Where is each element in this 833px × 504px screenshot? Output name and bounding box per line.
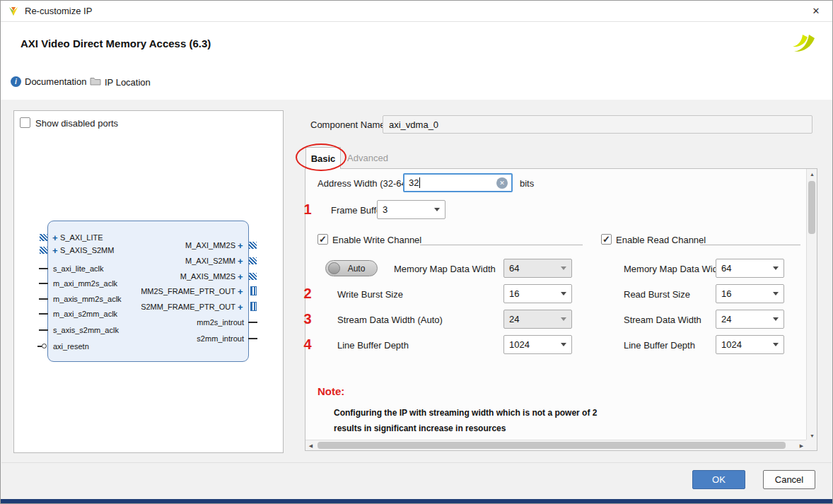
chevron-down-icon [773,343,779,346]
plus-icon[interactable]: + [238,286,244,297]
bits-suffix: bits [520,178,534,189]
tab-advanced-label: Advanced [347,153,388,163]
write-burst-size-select[interactable]: 16 [503,284,572,303]
enable-read-channel-label: Enable Read Channel [616,235,706,245]
horizontal-scrollbar[interactable]: ◀ ▶ [305,440,807,450]
close-icon[interactable]: ✕ [805,1,827,22]
enable-read-channel-checkbox[interactable]: ✓ [601,234,612,245]
chevron-down-icon [434,208,440,211]
annotation-3: 3 [300,310,315,329]
enable-write-channel-label: Enable Write Channel [332,235,421,245]
vertical-scrollbar[interactable]: ▲ ▼ [806,169,817,441]
check-icon: ✓ [318,235,327,244]
recustomize-ip-dialog: Re-customize IP ✕ AXI Video Direct Memor… [0,0,833,504]
frame-buffers-select[interactable]: 3 [377,200,445,219]
enable-write-channel-checkbox[interactable]: ✓ [318,234,328,245]
check-icon: ✓ [602,235,611,244]
port-label: MM2S_FRAME_PTR_OUT [141,287,235,295]
read-burst-size-value: 16 [721,288,773,299]
annotation-1: 1 [300,200,315,219]
scrollbar-corner [806,440,817,450]
horizontal-scrollbar-thumb[interactable] [318,442,786,449]
ok-button[interactable]: OK [692,470,745,489]
auto-toggle[interactable]: Auto [325,260,378,276]
port-mm2s-frame-ptr-out[interactable]: MM2S_FRAME_PTR_OUT + [48,286,248,297]
write-line-buffer-depth-select[interactable]: 1024 [503,335,572,354]
documentation-label: Documentation [25,76,86,87]
port-label: mm2s_introut [197,318,244,327]
frame-buffers-value: 3 [383,204,434,215]
auto-toggle-label: Auto [340,264,377,274]
read-line-buffer-depth-value: 1024 [721,339,773,350]
address-width-label: Address Width (32-64) [318,178,409,189]
port-label: S2MM_FRAME_PTR_OUT [141,303,235,311]
text-caret [419,177,420,188]
note-title: Note: [318,385,344,397]
chevron-down-icon [773,317,779,321]
component-name-value: axi_vdma_0 [389,119,438,130]
read-memory-map-width-value: 64 [721,263,773,274]
port-s2mm-introut[interactable]: s2mm_introut [48,333,248,344]
ip-location-link[interactable]: IP Location [90,76,151,88]
interface-pin-icon [40,234,47,241]
read-stream-width-value: 24 [721,314,773,324]
interface-pin-icon [249,257,257,264]
scroll-up-icon[interactable]: ▲ [807,169,817,180]
active-low-bubble-icon [42,344,47,348]
address-width-value: 32 [409,177,419,188]
chevron-down-icon [561,292,566,295]
write-memory-map-width-value: 64 [509,263,561,274]
write-burst-size-label: Write Burst Size [337,289,403,300]
plus-icon[interactable]: + [238,256,244,266]
footer-separator [1,462,832,463]
read-memory-map-width-select[interactable]: 64 [716,259,784,278]
cancel-button[interactable]: Cancel [763,470,815,489]
tab-basic[interactable]: Basic [305,147,341,169]
read-line-buffer-depth-select[interactable]: 1024 [716,335,784,354]
write-stream-width-select: 24 [503,310,572,329]
plus-icon[interactable]: + [238,240,244,251]
vertical-scrollbar-thumb[interactable] [808,181,815,234]
ip-block-diagram[interactable]: + S_AXI_LITE + S_AXIS_S2MM s_axi_lite_ac… [47,221,249,362]
port-label: M_AXI_MM2S [185,241,235,250]
port-mm2s-introut[interactable]: mm2s_introut [48,317,248,328]
write-line-buffer-depth-label: Line Buffer Depth [337,340,409,351]
scroll-left-icon[interactable]: ◀ [305,440,316,451]
bus-pin-icon [250,302,257,311]
annotation-4: 4 [300,335,315,354]
port-label: s2mm_introut [197,334,244,343]
scroll-right-icon[interactable]: ▶ [796,440,807,451]
documentation-link[interactable]: i Documentation [11,76,86,87]
write-line-buffer-depth-value: 1024 [509,339,561,350]
read-memory-map-width-label: Memory Map Data Width [624,264,726,274]
bus-pin-icon [250,286,257,295]
read-stream-width-select[interactable]: 24 [716,310,784,329]
ip-location-label: IP Location [105,77,151,88]
component-name-label: Component Name [310,119,385,130]
separator-line [420,245,583,245]
port-m-axis-mm2s[interactable]: M_AXIS_MM2S + [48,271,248,282]
plus-icon[interactable]: + [238,302,244,312]
separator-line [700,245,800,245]
chevron-down-icon [773,292,779,295]
port-m-axi-s2mm[interactable]: M_AXI_S2MM + [48,255,248,266]
address-width-input[interactable]: 32 ✕ [403,173,513,192]
write-memory-map-width-select: 64 [503,259,572,278]
pin-stub-icon [39,283,48,284]
show-disabled-ports-checkbox[interactable] [20,117,30,128]
read-burst-size-select[interactable]: 16 [716,284,784,303]
port-m-axi-mm2s[interactable]: M_AXI_MM2S + [48,240,248,251]
write-stream-width-value: 24 [509,314,561,324]
pin-stub-icon [248,338,257,339]
folder-icon [90,76,101,88]
plus-icon[interactable]: + [238,271,244,282]
clear-icon[interactable]: ✕ [496,177,508,189]
component-name-input[interactable]: axi_vdma_0 [383,115,812,134]
port-label: M_AXIS_MM2S [180,272,235,281]
basic-tab-content: Address Width (32-64) 32 ✕ bits 1 Frame … [305,168,817,451]
chevron-down-icon [561,266,566,270]
tab-basic-label: Basic [311,153,336,164]
port-s2mm-frame-ptr-out[interactable]: S2MM_FRAME_PTR_OUT + [48,301,248,312]
read-line-buffer-depth-label: Line Buffer Depth [624,340,695,351]
tab-advanced[interactable]: Advanced [341,147,395,169]
